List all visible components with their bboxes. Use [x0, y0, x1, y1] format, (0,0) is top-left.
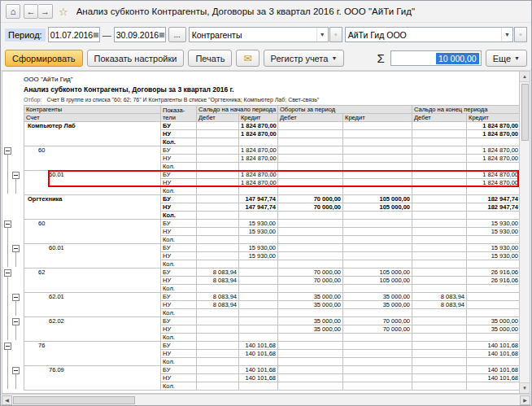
value-cell[interactable]: 1 824 870,00: [239, 155, 278, 163]
more-button[interactable]: Еще ▼: [486, 50, 527, 67]
value-cell[interactable]: 15 930,00: [467, 228, 520, 236]
value-cell[interactable]: 1 824 870,00: [467, 146, 520, 155]
value-cell[interactable]: [197, 358, 239, 366]
value-cell[interactable]: [278, 228, 343, 236]
indicator-cell[interactable]: Кол.: [161, 187, 197, 195]
mail-button[interactable]: ✉: [236, 50, 259, 67]
value-cell[interactable]: [412, 122, 467, 130]
value-cell[interactable]: [467, 309, 520, 317]
value-cell[interactable]: 15 930,00: [467, 220, 520, 228]
scroll-left-button[interactable]: ◀: [2, 395, 12, 405]
value-cell[interactable]: [278, 171, 343, 179]
organization-combo[interactable]: АйТи Гид ООО ▼: [345, 27, 513, 42]
value-cell[interactable]: [197, 130, 239, 138]
value-cell[interactable]: [343, 358, 412, 366]
value-cell[interactable]: [412, 309, 467, 317]
value-cell[interactable]: [239, 268, 278, 277]
collapse-minus-button[interactable]: [12, 245, 20, 252]
indicator-cell[interactable]: НУ: [161, 252, 197, 260]
value-cell[interactable]: 140 101,68: [467, 350, 520, 358]
value-cell[interactable]: [412, 366, 467, 374]
value-cell[interactable]: [412, 334, 467, 342]
value-cell[interactable]: [343, 171, 412, 179]
value-cell[interactable]: [343, 350, 412, 358]
value-cell[interactable]: 70 000,00: [278, 195, 343, 203]
group-name-cell[interactable]: 76.09: [24, 366, 161, 391]
value-cell[interactable]: [412, 374, 467, 382]
value-cell[interactable]: 70 000,00: [343, 325, 412, 334]
value-cell[interactable]: [467, 285, 520, 293]
value-cell[interactable]: [343, 179, 412, 187]
value-cell[interactable]: 70 000,00: [343, 317, 412, 325]
value-cell[interactable]: [343, 366, 412, 374]
value-cell[interactable]: [412, 212, 467, 220]
indicator-cell[interactable]: Кол.: [161, 382, 197, 391]
value-cell[interactable]: 1 824 870,00: [467, 155, 520, 163]
indicator-cell[interactable]: Кол.: [161, 236, 197, 244]
horizontal-scroll-thumb[interactable]: [13, 396, 135, 404]
value-cell[interactable]: [278, 130, 343, 138]
value-cell[interactable]: [467, 334, 520, 342]
value-cell[interactable]: [343, 212, 412, 220]
value-cell[interactable]: [343, 309, 412, 317]
value-cell[interactable]: [412, 146, 467, 155]
value-cell[interactable]: [412, 187, 467, 195]
value-cell[interactable]: [467, 301, 520, 309]
value-cell[interactable]: [412, 358, 467, 366]
value-cell[interactable]: [239, 382, 278, 391]
value-cell[interactable]: [239, 138, 278, 146]
value-cell[interactable]: 15 930,00: [467, 252, 520, 260]
indicator-cell[interactable]: БУ: [161, 268, 197, 277]
value-cell[interactable]: 1 824 870,00: [467, 171, 520, 179]
value-cell[interactable]: [197, 220, 239, 228]
value-cell[interactable]: 8 083,94: [197, 268, 239, 277]
value-cell[interactable]: 35 000,00: [343, 301, 412, 309]
value-cell[interactable]: [278, 236, 343, 244]
value-cell[interactable]: 105 000,00: [343, 203, 412, 212]
value-cell[interactable]: [239, 163, 278, 171]
value-cell[interactable]: [343, 220, 412, 228]
value-cell[interactable]: [278, 220, 343, 228]
value-cell[interactable]: [278, 309, 343, 317]
value-cell[interactable]: [467, 293, 520, 301]
calendar-icon[interactable]: ▦: [159, 28, 165, 41]
value-cell[interactable]: [343, 122, 412, 130]
value-cell[interactable]: 35 000,00: [278, 317, 343, 325]
indicator-cell[interactable]: БУ: [161, 122, 197, 130]
value-cell[interactable]: [343, 374, 412, 382]
print-button[interactable]: Печать: [188, 50, 232, 67]
value-cell[interactable]: [197, 155, 239, 163]
value-cell[interactable]: [412, 155, 467, 163]
show-settings-button[interactable]: Показать настройки: [87, 50, 185, 67]
value-cell[interactable]: [412, 382, 467, 391]
forward-button[interactable]: →: [38, 4, 53, 19]
date-to-field[interactable]: 30.09.2016 ▦: [114, 27, 166, 42]
collapse-minus-button[interactable]: [12, 294, 20, 301]
value-cell[interactable]: [412, 236, 467, 244]
value-cell[interactable]: 1 824 870,00: [239, 179, 278, 187]
value-cell[interactable]: 1 824 870,00: [467, 122, 520, 130]
value-cell[interactable]: 105 000,00: [343, 268, 412, 277]
value-cell[interactable]: 8 083,94: [197, 301, 239, 309]
indicator-cell[interactable]: НУ: [161, 325, 197, 334]
vertical-scroll-thumb[interactable]: [521, 84, 529, 141]
value-cell[interactable]: [278, 244, 343, 252]
value-cell[interactable]: 15 930,00: [239, 244, 278, 252]
indicator-cell[interactable]: Кол.: [161, 309, 197, 317]
value-cell[interactable]: [412, 268, 467, 277]
value-cell[interactable]: [278, 350, 343, 358]
value-cell[interactable]: [197, 382, 239, 391]
value-cell[interactable]: [197, 366, 239, 374]
subconto-combo[interactable]: Контрагенты ▼: [189, 27, 329, 42]
value-cell[interactable]: [412, 171, 467, 179]
value-cell[interactable]: [278, 358, 343, 366]
value-cell[interactable]: 35 000,00: [278, 325, 343, 334]
value-cell[interactable]: [197, 350, 239, 358]
value-cell[interactable]: 35 000,00: [278, 293, 343, 301]
value-cell[interactable]: [343, 252, 412, 260]
value-cell[interactable]: [343, 146, 412, 155]
value-cell[interactable]: 15 930,00: [467, 244, 520, 252]
value-cell[interactable]: 1 824 870,00: [239, 146, 278, 155]
value-cell[interactable]: [197, 317, 239, 325]
value-cell[interactable]: [197, 334, 239, 342]
